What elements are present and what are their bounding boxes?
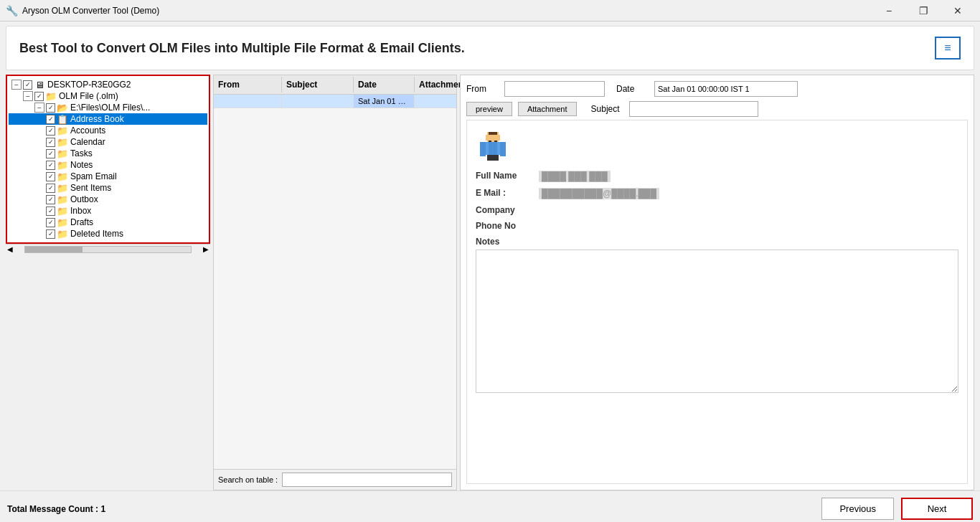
tree-item-deleteditems[interactable]: ✓ 📁 Deleted Items	[9, 228, 207, 239]
app-icon: 🔧	[6, 5, 18, 16]
checkbox-notes[interactable]: ✓	[46, 161, 55, 170]
search-input[interactable]	[282, 473, 452, 487]
tree-scrollbar[interactable]: ◀ ▶	[6, 244, 210, 254]
date-label: Date	[616, 84, 649, 94]
msg-subject	[282, 95, 354, 108]
preview-panel: From Date preview Attachment Subject	[460, 75, 974, 490]
olm-label: OLM File (.olm)	[59, 91, 118, 101]
tree-item-addressbook[interactable]: ✓ 📋 Address Book	[9, 113, 207, 125]
checkbox-sentitems[interactable]: ✓	[46, 184, 55, 193]
checkbox-inbox[interactable]: ✓	[46, 207, 55, 216]
email-value: ██████████@████.███	[539, 188, 659, 199]
svg-rect-4	[494, 141, 497, 142]
tree-path[interactable]: − ✓ 📂 E:\Files\OLM Files\...	[9, 102, 207, 113]
tree-item-tasks[interactable]: ✓ 📁 Tasks	[9, 148, 207, 159]
message-list-panel: From Subject Date Attachment Sat Jan 01 …	[213, 75, 457, 490]
checkbox-addressbook[interactable]: ✓	[46, 115, 55, 124]
email-label: E Mail :	[476, 188, 533, 198]
checkbox-tasks[interactable]: ✓	[46, 149, 55, 158]
scroll-left[interactable]: ◀	[6, 245, 14, 253]
msg-from	[214, 95, 282, 108]
path-icon: 📂	[57, 103, 68, 113]
tree-item-accounts[interactable]: ✓ 📁 Accounts	[9, 125, 207, 136]
checkbox-path[interactable]: ✓	[46, 103, 55, 113]
svg-rect-5	[489, 132, 497, 135]
from-date-row: From Date	[466, 81, 968, 97]
root-label: DESKTOP-R3E0GG2	[47, 80, 131, 90]
from-input[interactable]	[504, 81, 605, 97]
checkbox-olm[interactable]: ✓	[34, 92, 44, 101]
checkbox-root[interactable]: ✓	[23, 80, 32, 90]
addressbook-icon: 📋	[57, 114, 68, 124]
label-sentitems: Sent Items	[70, 183, 111, 193]
label-notes: Notes	[70, 160, 93, 170]
tree-item-outbox[interactable]: ✓ 📁 Outbox	[9, 194, 207, 205]
main-content: − ✓ 🖥 DESKTOP-R3E0GG2 − ✓ 📁 OLM File (.o…	[0, 75, 980, 490]
tree-olm[interactable]: − ✓ 📁 OLM File (.olm)	[9, 90, 207, 102]
tree-item-notes[interactable]: ✓ 📁 Notes	[9, 159, 207, 171]
tree-panel: − ✓ 🖥 DESKTOP-R3E0GG2 − ✓ 📁 OLM File (.o…	[6, 75, 210, 244]
label-calendar: Calendar	[70, 137, 105, 147]
drafts-icon: 📁	[57, 217, 68, 227]
checkbox-drafts[interactable]: ✓	[46, 218, 55, 227]
tree-item-inbox[interactable]: ✓ 📁 Inbox	[9, 205, 207, 217]
col-subject[interactable]: Subject	[282, 77, 354, 92]
from-label: From	[466, 84, 499, 94]
scroll-right[interactable]: ▶	[202, 245, 210, 253]
message-list[interactable]: Sat Jan 01 00...	[214, 95, 456, 469]
col-date[interactable]: Date	[354, 77, 415, 92]
label-tasks: Tasks	[70, 148, 93, 158]
notes-label: Notes	[476, 237, 958, 247]
next-button[interactable]: Next	[901, 498, 973, 520]
calendar-icon: 📁	[57, 137, 68, 147]
message-row[interactable]: Sat Jan 01 00...	[214, 95, 456, 108]
menu-button[interactable]: ≡	[935, 37, 961, 60]
bottom-bar: Total Message Count : 1 Previous Next	[0, 490, 980, 522]
sentitems-icon: 📁	[57, 183, 68, 193]
scrollbar-track[interactable]	[24, 246, 192, 253]
notes-section: Notes	[476, 237, 958, 395]
tree-root[interactable]: − ✓ 🖥 DESKTOP-R3E0GG2	[9, 79, 207, 90]
label-accounts: Accounts	[70, 125, 105, 136]
maximize-button[interactable]: ❐	[907, 0, 940, 22]
previous-button[interactable]: Previous	[821, 498, 894, 520]
computer-icon: 🖥	[34, 80, 45, 90]
label-drafts: Drafts	[70, 217, 93, 227]
expand-root[interactable]: −	[11, 80, 22, 90]
msg-attachment	[415, 95, 456, 108]
expand-path[interactable]: −	[34, 103, 44, 113]
attachment-button[interactable]: Attachment	[518, 102, 577, 116]
svg-rect-11	[487, 155, 493, 161]
tree-item-spamemail[interactable]: ✓ 📁 Spam Email	[9, 171, 207, 182]
notes-textarea[interactable]	[476, 250, 958, 393]
minimize-button[interactable]: −	[872, 0, 905, 22]
checkbox-outbox[interactable]: ✓	[46, 195, 55, 204]
inbox-icon: 📁	[57, 206, 68, 216]
tasks-icon: 📁	[57, 148, 68, 158]
outbox-icon: 📁	[57, 194, 68, 204]
tree-item-calendar[interactable]: ✓ 📁 Calendar	[9, 136, 207, 148]
label-deleteditems: Deleted Items	[70, 229, 123, 239]
tree-item-drafts[interactable]: ✓ 📁 Drafts	[9, 217, 207, 228]
label-outbox: Outbox	[70, 194, 98, 204]
checkbox-spamemail[interactable]: ✓	[46, 172, 55, 181]
scrollbar-thumb[interactable]	[25, 247, 83, 252]
search-label: Search on table :	[218, 475, 278, 484]
checkbox-accounts[interactable]: ✓	[46, 126, 55, 136]
tree-item-sentitems[interactable]: ✓ 📁 Sent Items	[9, 182, 207, 194]
app-title: Aryson OLM Converter Tool (Demo)	[22, 6, 159, 16]
col-from[interactable]: From	[214, 77, 282, 92]
date-input[interactable]	[654, 81, 798, 97]
svg-rect-3	[489, 141, 491, 142]
fullname-label: Full Name	[476, 171, 533, 181]
titlebar-left: 🔧 Aryson OLM Converter Tool (Demo)	[6, 5, 159, 16]
subject-input[interactable]	[629, 101, 758, 117]
message-table-header: From Subject Date Attachment	[214, 75, 456, 95]
close-button[interactable]: ✕	[941, 0, 974, 22]
msg-date: Sat Jan 01 00...	[354, 95, 415, 108]
expand-olm[interactable]: −	[23, 91, 33, 101]
checkbox-calendar[interactable]: ✓	[46, 138, 55, 147]
preview-button[interactable]: preview	[466, 102, 512, 116]
checkbox-deleteditems[interactable]: ✓	[46, 229, 55, 239]
search-bar: Search on table :	[214, 469, 456, 490]
